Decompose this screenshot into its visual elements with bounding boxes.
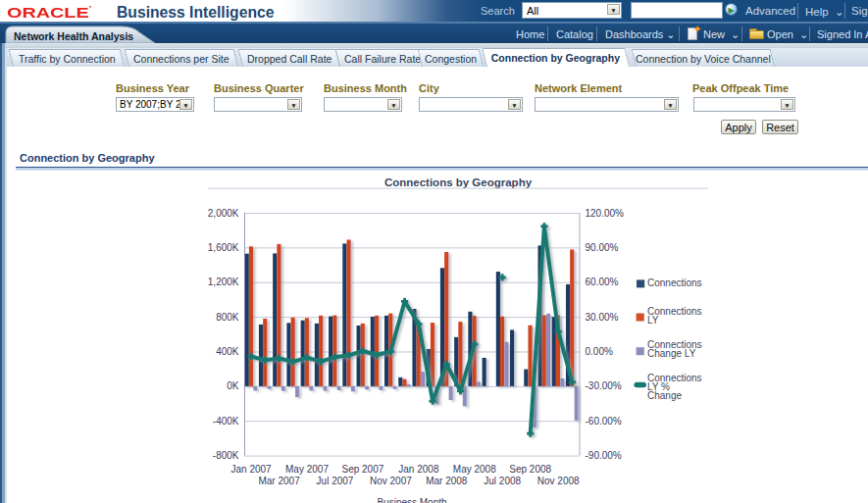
- svg-text:1,600K: 1,600K: [208, 242, 239, 253]
- svg-text:-800K: -800K: [213, 450, 239, 461]
- svg-text:-60.00%: -60.00%: [586, 416, 622, 427]
- svg-text:Sep 2008: Sep 2008: [509, 464, 551, 475]
- svg-text:400K: 400K: [216, 346, 239, 357]
- svg-text:Jul 2008: Jul 2008: [484, 476, 521, 486]
- svg-text:-400K: -400K: [213, 416, 239, 427]
- svg-text:90.00%: 90.00%: [586, 242, 619, 253]
- svg-text:Mar 2007: Mar 2007: [258, 476, 300, 486]
- svg-text:Change: Change: [647, 390, 682, 401]
- svg-text:1,200K: 1,200K: [208, 277, 239, 287]
- svg-text:0.00%: 0.00%: [586, 346, 613, 357]
- svg-text:120.00%: 120.00%: [586, 208, 625, 219]
- svg-text:Nov 2008: Nov 2008: [537, 476, 580, 486]
- svg-text:May 2007: May 2007: [285, 464, 329, 475]
- svg-text:-30.00%: -30.00%: [586, 380, 622, 391]
- svg-text:30.00%: 30.00%: [586, 312, 619, 323]
- svg-text:60.00%: 60.00%: [586, 277, 619, 287]
- svg-text:-90.00%: -90.00%: [586, 450, 622, 461]
- svg-text:Connections: Connections: [647, 277, 702, 288]
- svg-text:0K: 0K: [227, 380, 239, 391]
- svg-text:Connections by Geography: Connections by Geography: [384, 176, 533, 188]
- svg-text:Sep 2007: Sep 2007: [341, 464, 383, 475]
- svg-text:Nov 2007: Nov 2007: [370, 476, 412, 486]
- svg-text:Jul 2007: Jul 2007: [317, 476, 354, 486]
- svg-text:800K: 800K: [216, 312, 239, 323]
- svg-text:Jan 2008: Jan 2008: [398, 464, 439, 475]
- svg-text:Change LY: Change LY: [647, 348, 696, 359]
- svg-text:Jan 2007: Jan 2007: [231, 464, 273, 475]
- svg-text:Business Month: Business Month: [377, 497, 446, 503]
- svg-text:2,000K: 2,000K: [208, 208, 239, 219]
- svg-text:May 2008: May 2008: [453, 464, 496, 475]
- svg-text:Mar 2008: Mar 2008: [426, 476, 468, 486]
- svg-text:LY: LY: [647, 315, 659, 326]
